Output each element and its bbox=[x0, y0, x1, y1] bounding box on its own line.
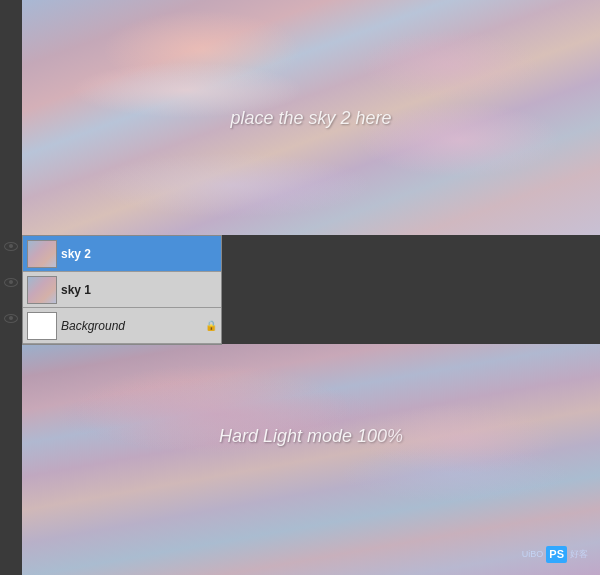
layer-name-sky1: sky 1 bbox=[61, 283, 217, 297]
layer-row-sky2[interactable]: sky 2 bbox=[23, 236, 221, 272]
eye-icon-1[interactable] bbox=[3, 240, 19, 252]
layer-thumb-sky2 bbox=[27, 240, 57, 268]
watermark-uibo: UiBO bbox=[522, 548, 544, 561]
layer-thumb-sky1 bbox=[27, 276, 57, 304]
layer-row-background[interactable]: Background 🔒 bbox=[23, 308, 221, 344]
sky-bottom-canvas: Hard Light mode 100% UiBO PS 好客 bbox=[22, 344, 600, 575]
layers-panel: sky 2 sky 1 Background 🔒 bbox=[22, 235, 222, 345]
watermark-bottom: UiBO PS 好客 bbox=[522, 546, 588, 563]
main-container: 思络设计论坛 www.missyuan.com place the sky 2 … bbox=[0, 0, 600, 575]
sky-top-label: place the sky 2 here bbox=[230, 107, 391, 128]
layer-thumb-background bbox=[27, 312, 57, 340]
eye-icon-3[interactable] bbox=[3, 312, 19, 324]
lock-icon: 🔒 bbox=[205, 320, 217, 331]
ps-logo: PS bbox=[546, 546, 567, 563]
layer-name-background: Background bbox=[61, 319, 201, 333]
layer-name-sky2: sky 2 bbox=[61, 247, 217, 261]
sky-bottom-label: Hard Light mode 100% bbox=[219, 426, 403, 447]
canvas-area: 思络设计论坛 www.missyuan.com place the sky 2 … bbox=[22, 0, 600, 575]
layer-row-sky1[interactable]: sky 1 bbox=[23, 272, 221, 308]
watermark-site: 好客 bbox=[570, 548, 588, 561]
eye-icon-2[interactable] bbox=[3, 276, 19, 288]
sidebar-strip bbox=[0, 0, 22, 575]
sky-top-canvas: place the sky 2 here bbox=[22, 0, 600, 235]
